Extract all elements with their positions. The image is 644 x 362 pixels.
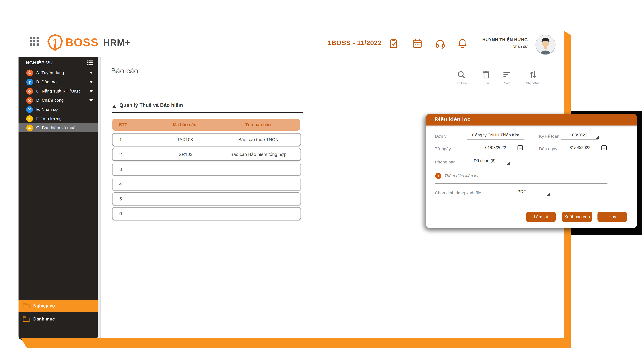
page-title: Báo cáo: [111, 67, 138, 75]
avatar[interactable]: [536, 35, 556, 55]
user-role: Nhân sự: [482, 44, 528, 49]
hr-icon: [26, 106, 33, 113]
support-headset-icon[interactable]: [435, 38, 446, 48]
training-icon: [26, 79, 33, 85]
calendar-icon[interactable]: [601, 144, 607, 151]
logo: 1 BOSS HRM+: [47, 34, 130, 51]
app-screen: 1 BOSS HRM+ 1BOSS - 11/2022: [0, 0, 644, 362]
sidebar-item-label: C. Năng suất KPI/OKR: [36, 89, 80, 94]
den-ngay-datepicker[interactable]: 31/03/2022: [561, 145, 599, 152]
add-condition-button[interactable]: +: [435, 173, 441, 179]
field-label-format: Chọn định dạng xuất file: [435, 190, 481, 195]
export-report-button[interactable]: Xuất báo cáo: [562, 212, 592, 222]
kpi-icon: [26, 88, 33, 95]
cell-name: Báo cáo Bảo hiểm tổng hợp: [221, 152, 300, 157]
ky-ke-toan-value: 03/2022: [572, 133, 587, 137]
col-header-name: Tên báo cáo: [221, 122, 300, 127]
sidebar-item-tuyen-dung[interactable]: A. Tuyển dụng: [18, 68, 98, 77]
table-header: STT Mã báo cáo Tên báo cáo: [112, 119, 300, 131]
field-label-don-vi: Đơn vị: [435, 134, 448, 139]
company-period-title: 1BOSS - 11/2022: [328, 39, 382, 47]
phong-ban-select[interactable]: Đã chọn (6): [460, 158, 510, 165]
sidebar-item-label: F. Tiền lương: [36, 116, 62, 121]
export-format-select[interactable]: PDF: [494, 189, 550, 196]
cancel-button-label: Hủy: [608, 214, 616, 219]
import-export-tool[interactable]: Nhập/Xuất: [521, 70, 545, 85]
sidebar-scrollbar[interactable]: [98, 57, 100, 339]
sidebar-item-dao-tao[interactable]: B. Đào tạo: [18, 77, 98, 86]
cancel-button[interactable]: Hủy: [598, 212, 627, 222]
tu-ngay-value: 01/03/2022: [485, 145, 506, 150]
menu-list-icon[interactable]: [87, 60, 93, 66]
recruitment-icon: [26, 69, 33, 76]
ky-ke-toan-select[interactable]: 03/2022: [561, 133, 598, 139]
sidebar-item-label: G. Bảo hiểm và thuế: [36, 125, 76, 130]
tu-ngay-datepicker[interactable]: 01/03/2022: [467, 145, 524, 152]
cell-stt: 1: [112, 137, 149, 142]
sidebar-item-bao-hiem-thue[interactable]: G. Bảo hiểm và thuế: [18, 123, 98, 132]
sidebar-item-tien-luong[interactable]: F. Tiền lương: [18, 114, 98, 123]
sidebar-item-label: A. Tuyển dụng: [36, 70, 64, 75]
cell-code: ISR103: [149, 152, 221, 157]
don-vi-input[interactable]: Công ty TNHH Thiên Kim: [467, 133, 524, 139]
table-row[interactable]: 5: [112, 192, 301, 205]
logo-shield-icon: 1: [47, 34, 63, 51]
section-underline: [112, 112, 302, 113]
calendar-icon[interactable]: [412, 38, 422, 48]
toolbar-divider: [103, 89, 564, 89]
sidebar-item-label: E. Nhân sự: [36, 107, 58, 112]
table-row[interactable]: 6: [112, 207, 301, 220]
search-tool[interactable]: Tìm kiếm: [449, 70, 474, 85]
dropdown-corner-icon: [595, 136, 598, 139]
calendar-icon[interactable]: [517, 144, 524, 151]
sidebar-footer-nghiep-vu[interactable]: Nghiệp vụ: [18, 300, 98, 312]
sidebar: NGHIỆP VỤ A. Tuyển dụng B. Đào tạo: [18, 57, 98, 340]
filter-modal: Điều kiện lọc Đơn vị Công ty TNHH Thiên …: [426, 114, 637, 228]
tool-label: Tìm kiếm: [449, 81, 474, 85]
insurance-tax-icon: [26, 124, 33, 131]
modal-header: Điều kiện lọc: [426, 114, 637, 125]
sidebar-item-nhan-su[interactable]: E. Nhân sự: [18, 105, 98, 114]
notifications-bell-icon[interactable]: [457, 38, 468, 48]
cell-code: TAX103: [149, 137, 221, 142]
tool-label: Sort: [495, 81, 519, 85]
col-header-code: Mã báo cáo: [148, 122, 221, 127]
cell-stt: 2: [112, 152, 149, 157]
den-ngay-value: 31/03/2022: [570, 145, 590, 150]
product-name: HRM+: [103, 37, 130, 48]
sidebar-item-cham-cong[interactable]: D. Chấm công: [18, 96, 98, 105]
svg-text:1: 1: [53, 38, 57, 46]
user-block[interactable]: HUỲNH THIỆN HƯNG Nhân sự: [482, 37, 528, 49]
sort-icon: [502, 70, 511, 79]
section-title: Quản lý Thuế và Bảo hiểm: [120, 102, 183, 108]
tasks-icon[interactable]: [388, 38, 399, 48]
sidebar-title: NGHIỆP VỤ: [26, 60, 53, 65]
table-row[interactable]: 3: [112, 163, 301, 176]
app-launcher-grid-icon[interactable]: [30, 37, 39, 46]
cell-stt: 3: [112, 167, 149, 172]
search-icon: [457, 70, 466, 79]
col-header-stt: STT: [112, 122, 148, 127]
condition-underline: [435, 183, 608, 184]
cell-stt: 5: [112, 196, 149, 202]
don-vi-value: Công ty TNHH Thiên Kim: [472, 133, 519, 137]
payroll-icon: [26, 115, 33, 122]
export-report-button-label: Xuất báo cáo: [564, 214, 590, 219]
add-condition-label[interactable]: Thêm điều kiện lọc: [444, 173, 479, 178]
collapse-triangle-icon[interactable]: [112, 105, 116, 108]
dropdown-corner-icon: [506, 161, 510, 165]
sidebar-footer-label: Danh mục: [33, 317, 55, 322]
chevron-down-icon: [89, 99, 93, 101]
logo-text: BOSS: [65, 36, 98, 49]
user-name: HUỲNH THIỆN HƯNG: [482, 37, 528, 42]
reset-button[interactable]: Làm lại: [526, 212, 556, 222]
sidebar-item-label: D. Chấm công: [36, 98, 64, 103]
table-row[interactable]: 1 TAX103 Báo cáo thuế TNCN: [112, 133, 301, 146]
cell-stt: 4: [112, 181, 149, 187]
table-row[interactable]: 4: [112, 178, 301, 190]
sort-tool[interactable]: Sort: [495, 70, 519, 85]
tool-label: Nhập/Xuất: [521, 81, 545, 85]
sidebar-footer-danh-muc[interactable]: Danh mục: [18, 313, 98, 325]
sidebar-item-kpi-okr[interactable]: C. Năng suất KPI/OKR: [18, 86, 98, 96]
table-row[interactable]: 2 ISR103 Báo cáo Bảo hiểm tổng hợp: [112, 148, 301, 161]
